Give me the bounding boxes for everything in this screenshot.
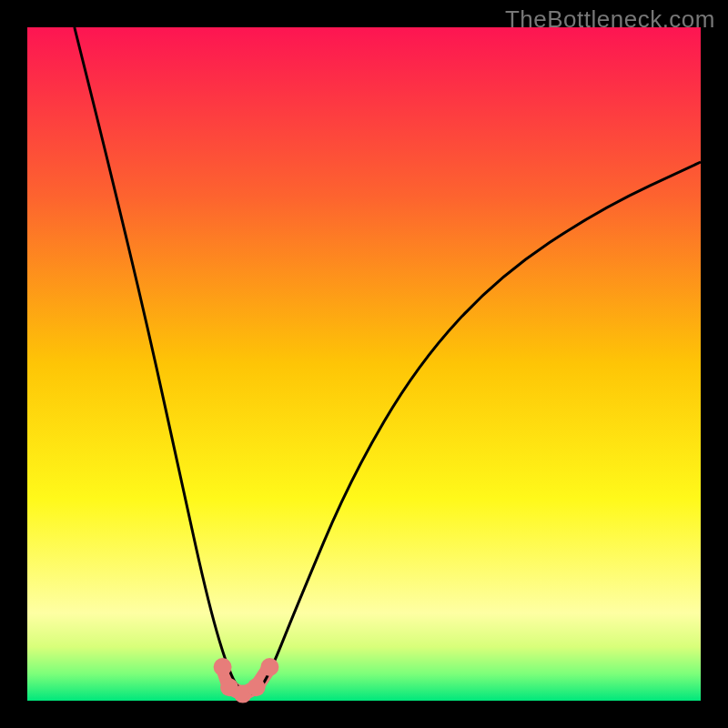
plot-background (27, 27, 701, 701)
bottleneck-chart (0, 0, 728, 728)
frame-right (701, 0, 728, 728)
highlight-dot (248, 678, 266, 696)
frame-top (0, 0, 728, 27)
frame-left (0, 0, 27, 728)
highlight-dot (260, 658, 278, 676)
highlight-dot (214, 658, 232, 676)
frame-bottom (0, 701, 728, 728)
chart-container: TheBottleneck.com (0, 0, 728, 728)
